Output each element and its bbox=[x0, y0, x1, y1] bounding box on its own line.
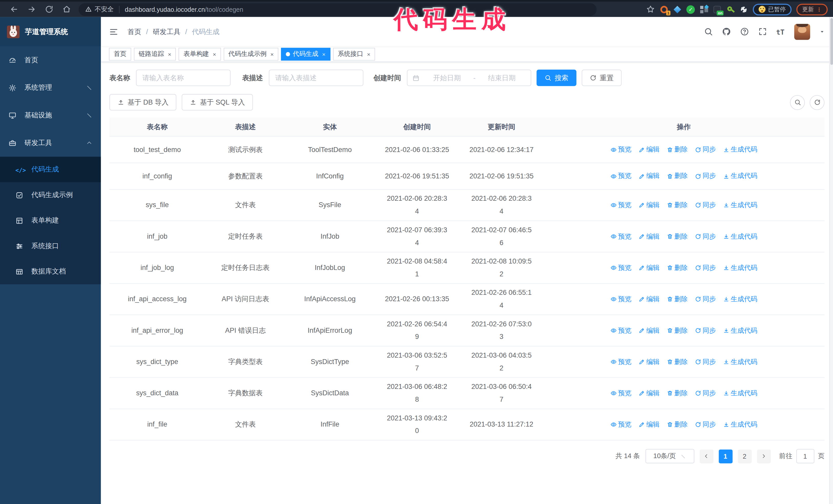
action-delete-link[interactable]: 删除 bbox=[666, 420, 688, 429]
goto-page-input[interactable] bbox=[796, 449, 814, 463]
sidebar-item-codegen[interactable]: </>代码生成 bbox=[0, 157, 101, 182]
action-download-link[interactable]: 生成代码 bbox=[723, 263, 757, 272]
font-size-icon[interactable]: tT bbox=[776, 27, 785, 36]
action-edit-link[interactable]: 编辑 bbox=[638, 326, 660, 335]
extension-check-icon[interactable]: ✓ bbox=[686, 5, 695, 14]
action-sync-link[interactable]: 同步 bbox=[695, 232, 716, 241]
avatar[interactable] bbox=[794, 24, 810, 40]
action-delete-link[interactable]: 删除 bbox=[666, 232, 688, 241]
action-download-link[interactable]: 生成代码 bbox=[723, 232, 757, 241]
breadcrumb-devtools[interactable]: 研发工具 bbox=[153, 27, 181, 37]
action-edit-link[interactable]: 编辑 bbox=[638, 145, 660, 154]
fullscreen-icon[interactable] bbox=[758, 27, 767, 36]
tab-close-icon[interactable]: × bbox=[322, 51, 326, 57]
action-delete-link[interactable]: 删除 bbox=[666, 357, 688, 366]
action-delete-link[interactable]: 删除 bbox=[666, 263, 688, 272]
import-db-button[interactable]: 基于 DB 导入 bbox=[110, 94, 176, 111]
tab-close-icon[interactable]: × bbox=[270, 51, 274, 57]
tab-close-icon[interactable]: × bbox=[168, 51, 171, 57]
sidebar-item-system-api[interactable]: 系统接口 bbox=[0, 233, 101, 259]
sidebar-item-infra[interactable]: 基础设施 bbox=[0, 101, 101, 129]
avatar-caret-down-icon[interactable] bbox=[819, 29, 825, 34]
extension-gem-icon[interactable] bbox=[673, 5, 682, 14]
action-edit-link[interactable]: 编辑 bbox=[638, 294, 660, 304]
action-sync-link[interactable]: 同步 bbox=[695, 263, 716, 272]
action-eye-link[interactable]: 预览 bbox=[610, 232, 631, 241]
action-download-link[interactable]: 生成代码 bbox=[723, 294, 757, 304]
tab-链路追踪[interactable]: 链路追踪× bbox=[134, 48, 176, 61]
action-download-link[interactable]: 生成代码 bbox=[723, 326, 757, 335]
browser-menu-kebab-icon[interactable] bbox=[816, 6, 822, 13]
action-sync-link[interactable]: 同步 bbox=[695, 357, 716, 366]
page-button-1[interactable]: 1 bbox=[718, 449, 732, 463]
action-eye-link[interactable]: 预览 bbox=[610, 200, 631, 210]
toggle-search-button[interactable] bbox=[790, 95, 805, 110]
action-eye-link[interactable]: 预览 bbox=[610, 357, 631, 366]
extension-dark-icon[interactable]: on bbox=[713, 5, 721, 14]
bookmark-star-icon[interactable] bbox=[646, 5, 655, 14]
action-delete-link[interactable]: 删除 bbox=[666, 145, 688, 154]
scrollbar-thumb[interactable] bbox=[830, 18, 833, 65]
action-download-link[interactable]: 生成代码 bbox=[723, 200, 757, 210]
sidebar-item-system[interactable]: 系统管理 bbox=[0, 74, 101, 101]
tab-首页[interactable]: 首页 bbox=[109, 48, 131, 61]
tab-系统接口[interactable]: 系统接口× bbox=[333, 48, 375, 61]
action-sync-link[interactable]: 同步 bbox=[695, 420, 716, 429]
action-eye-link[interactable]: 预览 bbox=[610, 171, 631, 181]
browser-back-icon[interactable] bbox=[9, 5, 19, 14]
tab-close-icon[interactable]: × bbox=[367, 51, 371, 57]
page-scrollbar[interactable] bbox=[829, 17, 833, 504]
refresh-table-button[interactable] bbox=[810, 95, 825, 110]
profile-chip[interactable]: 已暂停 bbox=[753, 3, 791, 15]
extension-panels-icon[interactable] bbox=[700, 5, 708, 14]
action-edit-link[interactable]: 编辑 bbox=[638, 357, 660, 366]
tab-代码生成[interactable]: 代码生成× bbox=[281, 48, 330, 61]
sidebar-item-codegen-example[interactable]: 代码生成示例 bbox=[0, 182, 101, 208]
sidebar-item-devtools[interactable]: 研发工具 bbox=[0, 129, 101, 157]
action-delete-link[interactable]: 删除 bbox=[666, 200, 688, 210]
action-sync-link[interactable]: 同步 bbox=[695, 171, 716, 181]
action-eye-link[interactable]: 预览 bbox=[610, 145, 631, 154]
action-edit-link[interactable]: 编辑 bbox=[638, 232, 660, 241]
action-download-link[interactable]: 生成代码 bbox=[723, 145, 757, 154]
browser-forward-icon[interactable] bbox=[27, 5, 36, 14]
action-edit-link[interactable]: 编辑 bbox=[638, 389, 660, 398]
address-bar[interactable]: 不安全 dashboard.yudao.iocoder.cn/tool/code… bbox=[79, 3, 597, 16]
browser-reload-icon[interactable] bbox=[45, 5, 53, 14]
reset-button[interactable]: 重置 bbox=[582, 70, 622, 86]
action-download-link[interactable]: 生成代码 bbox=[723, 171, 757, 181]
table-desc-input[interactable] bbox=[269, 70, 363, 86]
action-download-link[interactable]: 生成代码 bbox=[723, 420, 757, 429]
action-edit-link[interactable]: 编辑 bbox=[638, 263, 660, 272]
action-eye-link[interactable]: 预览 bbox=[610, 420, 631, 429]
page-size-select[interactable]: 10条/页 bbox=[645, 449, 694, 463]
sidebar-fold-icon[interactable] bbox=[109, 27, 118, 37]
tab-代码生成示例[interactable]: 代码生成示例× bbox=[223, 48, 278, 61]
tab-表单构建[interactable]: 表单构建× bbox=[178, 48, 221, 61]
action-sync-link[interactable]: 同步 bbox=[695, 389, 716, 398]
action-edit-link[interactable]: 编辑 bbox=[638, 200, 660, 210]
action-sync-link[interactable]: 同步 bbox=[695, 145, 716, 154]
github-icon[interactable] bbox=[722, 27, 731, 36]
action-eye-link[interactable]: 预览 bbox=[610, 294, 631, 304]
sidebar-item-db-doc[interactable]: 数据库文档 bbox=[0, 259, 101, 284]
browser-home-icon[interactable] bbox=[62, 5, 71, 14]
import-sql-button[interactable]: 基于 SQL 导入 bbox=[182, 94, 253, 111]
extension-key-icon[interactable] bbox=[726, 5, 735, 14]
date-range-picker[interactable]: 开始日期 - 结束日期 bbox=[407, 70, 531, 86]
extension-orange-icon[interactable]: 1 bbox=[660, 5, 668, 14]
action-eye-link[interactable]: 预览 bbox=[610, 326, 631, 335]
sidebar-item-home[interactable]: 首页 bbox=[0, 46, 101, 74]
tab-close-icon[interactable]: × bbox=[213, 51, 216, 57]
extensions-puzzle-icon[interactable] bbox=[739, 5, 748, 14]
action-sync-link[interactable]: 同步 bbox=[695, 294, 716, 304]
search-button[interactable]: 搜索 bbox=[537, 70, 576, 86]
breadcrumb-home[interactable]: 首页 bbox=[127, 27, 141, 37]
action-delete-link[interactable]: 删除 bbox=[666, 294, 688, 304]
prev-page-button[interactable] bbox=[699, 449, 713, 463]
next-page-button[interactable] bbox=[757, 449, 771, 463]
action-eye-link[interactable]: 预览 bbox=[610, 389, 631, 398]
help-icon[interactable] bbox=[740, 27, 749, 36]
table-name-input[interactable] bbox=[136, 70, 231, 86]
action-delete-link[interactable]: 删除 bbox=[666, 171, 688, 181]
